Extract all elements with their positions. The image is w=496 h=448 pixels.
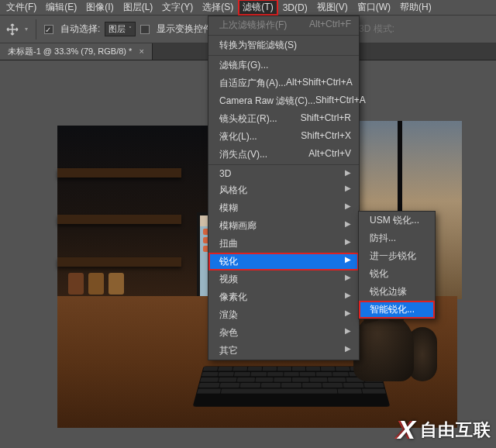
filter-menu-item[interactable]: 锐化▶ — [208, 253, 359, 271]
filter-menu-item[interactable]: 液化(L)...Shift+Ctrl+X — [208, 128, 359, 146]
filter-menu-item[interactable]: 风格化▶ — [208, 181, 359, 199]
filter-menu-item[interactable]: Camera Raw 滤镜(C)...Shift+Ctrl+A — [208, 92, 359, 110]
menu-item-label: 锐化 — [370, 267, 388, 281]
filter-menu-item[interactable]: 模糊▶ — [208, 199, 359, 217]
menu-item-label: 防抖... — [370, 232, 396, 245]
close-tab-icon[interactable]: × — [139, 47, 143, 56]
menu-text[interactable]: 文字(Y) — [157, 0, 198, 16]
menu-item-label: 渲染 — [219, 308, 238, 322]
chevron-down-icon: ˅ — [129, 26, 132, 33]
filter-menu-item[interactable]: 镜头校正(R)...Shift+Ctrl+R — [208, 110, 359, 128]
photo-shelf — [57, 168, 181, 177]
layer-dropdown[interactable]: 图层 ˅ — [105, 22, 136, 36]
menu-edit[interactable]: 编辑(E) — [41, 0, 81, 16]
submenu-arrow-icon: ▶ — [345, 273, 351, 286]
menu-item-label: 滤镜库(G)... — [219, 59, 268, 72]
menu-3d[interactable]: 3D(D) — [278, 1, 312, 15]
menu-item-label: 上次滤镜操作(F) — [219, 19, 287, 32]
3d-mode-label: 3D 模式: — [359, 22, 394, 36]
menu-file[interactable]: 文件(F) — [2, 0, 41, 16]
filter-menu-item: 上次滤镜操作(F)Alt+Ctrl+F — [208, 16, 359, 34]
sharpen-menu-item[interactable]: 进一步锐化 — [359, 247, 435, 265]
watermark: X 自由互联 — [398, 415, 491, 445]
watermark-text: 自由互联 — [420, 419, 491, 442]
menu-shortcut: Shift+Ctrl+X — [301, 130, 351, 143]
document-tab-title: 未标题-1 @ 33.3% (79, RGB/8) * — [8, 47, 132, 56]
menu-item-label: 3D — [219, 168, 231, 179]
submenu-arrow-icon: ▶ — [345, 237, 351, 250]
document-tab[interactable]: 未标题-1 @ 33.3% (79, RGB/8) * × — [0, 43, 153, 60]
menu-item-label: 智能锐化... — [370, 303, 415, 316]
submenu-arrow-icon: ▶ — [345, 202, 351, 215]
submenu-arrow-icon: ▶ — [345, 344, 351, 357]
filter-menu-item[interactable]: 3D▶ — [208, 166, 359, 181]
menu-image[interactable]: 图像(I) — [81, 0, 118, 16]
layer-dropdown-label: 图层 — [108, 23, 126, 35]
filter-menu-item[interactable]: 像素化▶ — [208, 288, 359, 306]
filter-menu-item[interactable]: 自适应广角(A)...Alt+Shift+Ctrl+A — [208, 74, 359, 92]
menu-item-label: 液化(L)... — [219, 130, 257, 143]
show-transform-label: 显示变换控件 — [157, 22, 212, 36]
menu-separator — [208, 35, 359, 36]
auto-select-label: 自动选择: — [60, 22, 100, 36]
filter-menu-item[interactable]: 滤镜库(G)... — [208, 57, 359, 74]
tool-dropdown-icon[interactable]: ▾ — [25, 26, 28, 33]
sharpen-submenu: USM 锐化...防抖...进一步锐化锐化锐化边缘智能锐化... — [358, 211, 436, 319]
show-transform-checkbox[interactable] — [140, 25, 150, 34]
menu-item-label: 杂色 — [219, 326, 238, 339]
menu-item-label: 模糊 — [219, 202, 238, 215]
menu-shortcut: Alt+Ctrl+F — [309, 19, 351, 32]
photo-object — [88, 273, 104, 295]
submenu-arrow-icon: ▶ — [345, 308, 351, 322]
menu-item-label: 像素化 — [219, 291, 247, 304]
menu-item-label: 锐化 — [219, 255, 238, 268]
menu-item-label: 消失点(V)... — [219, 148, 267, 161]
menu-window[interactable]: 窗口(W) — [353, 0, 395, 16]
sharpen-menu-item[interactable]: 锐化边缘 — [359, 283, 435, 301]
move-tool-icon[interactable] — [5, 22, 20, 37]
menu-item-label: 自适应广角(A)... — [219, 77, 286, 90]
filter-menu-item[interactable]: 转换为智能滤镜(S) — [208, 36, 359, 54]
menu-item-label: 模糊画廊 — [219, 219, 257, 233]
auto-select-checkbox[interactable] — [44, 25, 53, 34]
filter-menu-item[interactable]: 扭曲▶ — [208, 235, 359, 253]
submenu-arrow-icon: ▶ — [345, 255, 351, 268]
submenu-arrow-icon: ▶ — [345, 219, 351, 233]
menu-item-label: USM 锐化... — [370, 214, 419, 227]
photo-object — [108, 273, 124, 295]
menu-item-label: 镜头校正(R)... — [219, 112, 277, 126]
menu-item-label: Camera Raw 滤镜(C)... — [219, 95, 315, 108]
menu-select[interactable]: 选择(S) — [198, 0, 238, 16]
watermark-logo: X — [398, 415, 415, 445]
menu-item-label: 视频 — [219, 273, 238, 286]
menu-shortcut: Alt+Ctrl+V — [308, 148, 351, 161]
filter-menu-dropdown: 上次滤镜操作(F)Alt+Ctrl+F转换为智能滤镜(S)滤镜库(G)...自适… — [208, 16, 360, 360]
menu-item-label: 锐化边缘 — [370, 285, 407, 298]
filter-menu-item[interactable]: 杂色▶ — [208, 324, 359, 342]
sharpen-menu-item[interactable]: 锐化 — [359, 265, 435, 283]
menu-help[interactable]: 帮助(H) — [395, 0, 436, 16]
filter-menu-item[interactable]: 消失点(V)...Alt+Ctrl+V — [208, 146, 359, 164]
menu-item-label: 转换为智能滤镜(S) — [219, 39, 297, 52]
menu-item-label: 进一步锐化 — [370, 250, 416, 263]
menu-shortcut: Shift+Ctrl+A — [315, 95, 366, 108]
menu-view[interactable]: 视图(V) — [312, 0, 353, 16]
menu-separator — [208, 164, 359, 165]
filter-menu-item[interactable]: 其它▶ — [208, 342, 359, 360]
submenu-arrow-icon: ▶ — [345, 168, 351, 179]
sharpen-menu-item[interactable]: 智能锐化... — [359, 301, 435, 319]
3d-mode-icon — [399, 24, 410, 35]
filter-menu-item[interactable]: 视频▶ — [208, 271, 359, 288]
menubar: 文件(F) 编辑(E) 图像(I) 图层(L) 文字(Y) 选择(S) 滤镜(T… — [0, 0, 496, 16]
photo-object — [68, 273, 84, 295]
filter-menu-item[interactable]: 渲染▶ — [208, 306, 359, 324]
filter-menu-item[interactable]: 模糊画廊▶ — [208, 217, 359, 235]
menu-item-label: 其它 — [219, 344, 238, 357]
menu-filter[interactable]: 滤镜(T) — [238, 0, 277, 16]
sharpen-menu-item[interactable]: 防抖... — [359, 229, 435, 247]
separator — [36, 19, 36, 40]
menu-layer[interactable]: 图层(L) — [119, 0, 158, 16]
menu-separator — [208, 55, 359, 56]
menu-shortcut: Shift+Ctrl+R — [301, 112, 351, 126]
sharpen-menu-item[interactable]: USM 锐化... — [359, 212, 435, 229]
